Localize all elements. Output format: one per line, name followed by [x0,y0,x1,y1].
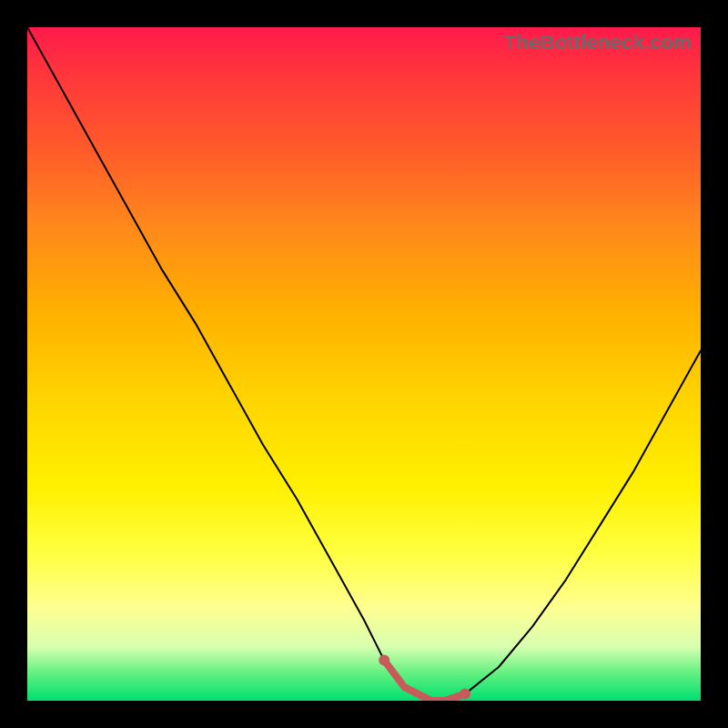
bottleneck-curve [27,27,701,701]
curve-svg [27,27,701,701]
trough-dot-left [379,655,389,666]
trough-dot-right [460,689,470,700]
trough-highlight [384,661,465,701]
chart-frame: TheBottleneck.com [0,0,728,728]
plot-area: TheBottleneck.com [27,27,701,701]
